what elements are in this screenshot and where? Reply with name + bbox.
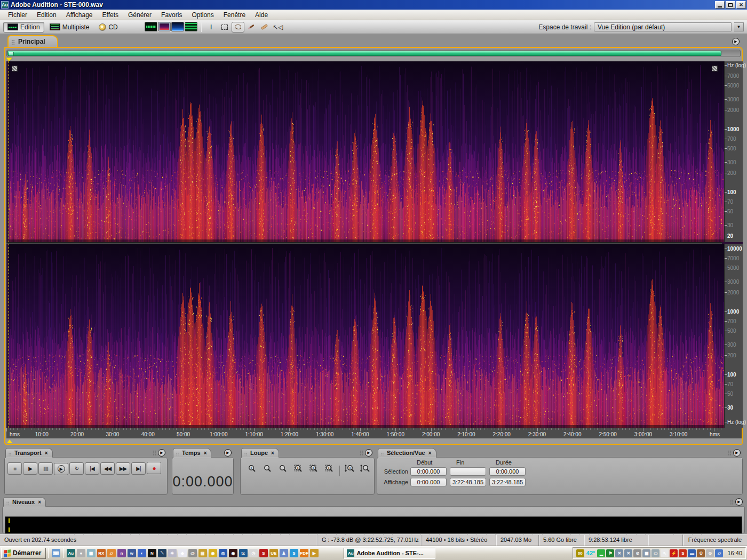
tc-icon[interactable]: tc xyxy=(239,549,248,557)
spectrogram-left-channel[interactable] xyxy=(9,61,724,242)
channel-handle-left-icon[interactable] xyxy=(12,66,18,71)
menu-item-3[interactable]: Effets xyxy=(98,10,123,20)
niveaux-close-icon[interactable]: × xyxy=(38,499,41,505)
selvue-field-sélection-debut[interactable]: 0:00.000 xyxy=(410,467,447,476)
playhead-bottom-marker[interactable] xyxy=(7,439,12,443)
briefcase-icon[interactable]: ▱ xyxy=(107,549,116,557)
diamond-icon[interactable]: ◈ xyxy=(178,549,187,557)
restore-button[interactable] xyxy=(726,1,735,9)
monitor-icon[interactable]: ▬ xyxy=(688,549,696,557)
mode-cd-button[interactable]: CD xyxy=(94,22,122,33)
go-to-beginning-button[interactable]: |◀ xyxy=(85,462,99,475)
loupe-panel-menu[interactable]: ▶ xyxy=(360,449,372,457)
globe-icon[interactable]: ◉ xyxy=(209,549,217,557)
ue-icon[interactable]: UE xyxy=(269,549,278,557)
rewind-button[interactable]: ◀◀ xyxy=(100,462,115,475)
temps-tab[interactable]: Temps× xyxy=(173,448,211,458)
menu-item-6[interactable]: Options xyxy=(187,10,218,20)
globe2-icon[interactable]: ◎ xyxy=(219,549,227,557)
jug-icon[interactable]: Ü xyxy=(697,549,705,557)
frequency-ruler-left[interactable]: Hz (log)70005000300020001000700500300200… xyxy=(724,61,743,242)
time-ruler[interactable]: hms10:0020:0030:0040:0050:001:00:001:10:… xyxy=(6,428,724,438)
player-icon[interactable]: ● xyxy=(77,549,85,557)
zoom-out-vertical-button[interactable]: − xyxy=(358,462,373,474)
menu-item-5[interactable]: Favoris xyxy=(156,10,187,20)
selection-vue-tab[interactable]: Sélection/Vue× xyxy=(378,448,436,458)
cursor-icon[interactable]: ↖ xyxy=(661,549,669,557)
skype-icon[interactable]: S xyxy=(290,549,298,557)
loupe-tab[interactable]: Loupe× xyxy=(241,448,279,458)
lasso-selection-tool-button[interactable] xyxy=(232,22,244,33)
desktop-icon[interactable]: ⌨ xyxy=(52,549,60,557)
minimize-button[interactable] xyxy=(715,1,725,9)
disk-icon[interactable]: ▦ xyxy=(642,549,650,557)
zoom-in-vertical-button[interactable]: + xyxy=(343,462,357,474)
wand-icon[interactable]: ⟍ xyxy=(158,549,166,557)
spiral-icon[interactable]: @ xyxy=(188,549,197,557)
zoom-out-full-button[interactable]: − xyxy=(275,462,290,474)
close-button[interactable]: ✕ xyxy=(736,1,746,9)
selvue-field-sélection-fin[interactable] xyxy=(450,467,486,476)
pause-button[interactable]: ▮▮ xyxy=(38,462,53,475)
transport-panel-menu[interactable]: ▶ xyxy=(153,449,165,457)
spectrogram-right-channel[interactable] xyxy=(9,244,724,428)
power-icon[interactable]: ⚡ xyxy=(670,549,678,557)
selection-vue-panel-menu[interactable]: ▶ xyxy=(728,449,741,457)
person-icon[interactable]: ♟ xyxy=(280,549,288,557)
temps-panel-menu[interactable]: ▶ xyxy=(224,449,232,457)
go-to-end-button[interactable]: ▶| xyxy=(131,462,146,475)
mode-multipiste-button[interactable]: Multipiste xyxy=(45,22,94,33)
menu-item-1[interactable]: Edition xyxy=(32,10,61,20)
s-bolt-icon[interactable]: S xyxy=(679,549,687,557)
menu-item-8[interactable]: Aide xyxy=(250,10,273,20)
menu-item-0[interactable]: Fichier xyxy=(3,10,32,20)
transport-tab[interactable]: Transport× xyxy=(5,448,53,458)
sbp-icon[interactable]: S xyxy=(259,549,268,557)
time-selection-tool-button[interactable]: I xyxy=(205,22,218,33)
selvue-field-affichage-duree[interactable]: 3:22:48.185 xyxy=(489,478,526,486)
scanner-icon[interactable]: ▭ xyxy=(651,549,659,557)
effects-paintbrush-tool-button[interactable] xyxy=(245,22,258,33)
level-meter[interactable] xyxy=(5,516,742,534)
mode-edition-button[interactable]: Edition xyxy=(3,22,44,33)
compass-icon[interactable]: ◷ xyxy=(249,549,258,557)
folder-tray-icon[interactable]: ▱ xyxy=(715,549,723,557)
horizontal-scroll-zoom-bar[interactable] xyxy=(7,51,721,56)
media-icon[interactable]: ▶ xyxy=(310,549,319,557)
menu-item-7[interactable]: Fenêtre xyxy=(219,10,250,20)
eye-icon[interactable]: ◉ xyxy=(229,549,237,557)
stop-button[interactable]: ■ xyxy=(7,462,22,475)
spectral-frequency-view-button[interactable] xyxy=(158,22,171,31)
menu-item-2[interactable]: Affichage xyxy=(61,10,98,20)
play-button[interactable]: ▶ xyxy=(23,462,37,475)
loupe-close-icon[interactable]: × xyxy=(271,450,274,456)
network-offline2-icon[interactable]: ✕ xyxy=(624,549,632,557)
marquee-selection-tool-button[interactable] xyxy=(218,22,231,33)
transport-close-icon[interactable]: × xyxy=(45,450,48,456)
zoom-in-right-edge-button[interactable]: + xyxy=(321,462,336,474)
audition-icon[interactable]: Au xyxy=(67,549,75,557)
fast-forward-button[interactable]: ▶▶ xyxy=(116,462,130,475)
workspace-dropdown-arrow[interactable]: ▼ xyxy=(734,22,744,31)
selvue-field-sélection-duree[interactable]: 0:00.000 xyxy=(489,467,526,476)
calculator-icon[interactable]: ▦ xyxy=(87,549,96,557)
record-button[interactable]: ● xyxy=(147,462,161,474)
temps-close-icon[interactable]: × xyxy=(204,450,207,456)
play-looped-button[interactable]: ▶ xyxy=(54,463,68,475)
burst-icon[interactable]: ✳ xyxy=(168,549,177,557)
tab-principal[interactable]: Principal xyxy=(7,35,58,47)
start-button[interactable]: Démarrer xyxy=(1,548,46,559)
cd-blocked-icon[interactable]: ⊘ xyxy=(633,549,641,557)
frequency-ruler-right[interactable]: Hz (log)10000700050003000200010007005003… xyxy=(724,244,743,428)
selection-vue-close-icon[interactable]: × xyxy=(428,450,432,456)
spectral-pan-view-button[interactable] xyxy=(171,22,184,31)
chart-icon[interactable]: ▤ xyxy=(198,549,207,557)
zoom-in-horizontal-button[interactable]: + xyxy=(244,462,259,474)
niveaux-panel-menu[interactable]: ▶ xyxy=(730,498,743,506)
horizontal-scroll-zoom-track[interactable] xyxy=(6,50,741,57)
pdf-icon[interactable]: PDF xyxy=(300,549,308,557)
onenote-icon[interactable]: n xyxy=(117,549,126,557)
spot-healing-brush-tool-button[interactable] xyxy=(258,22,271,33)
zoom-in-left-edge-button[interactable]: + xyxy=(306,462,321,474)
pause-tray-icon[interactable]: 00 xyxy=(576,549,584,557)
